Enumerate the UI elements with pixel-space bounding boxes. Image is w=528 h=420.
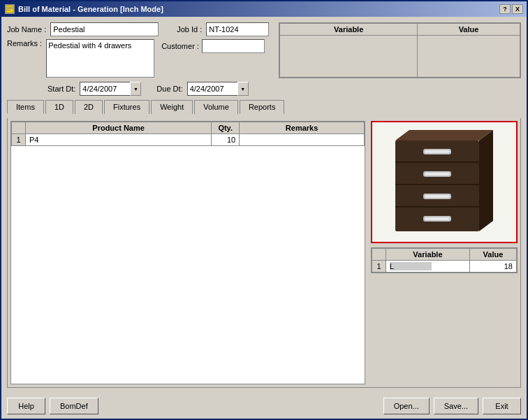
svg-rect-9: [395, 206, 479, 208]
var-table-top: Variable Value: [279, 23, 520, 78]
var-table-bottom: Variable Value 1 18: [372, 248, 517, 273]
remarks-input[interactable]: Pedestial with 4 drawers: [46, 39, 154, 78]
start-dt-input[interactable]: [80, 82, 130, 96]
table-row[interactable]: 1 P4 10: [12, 134, 365, 146]
right-info-panel: Variable Value 1 18: [371, 121, 518, 384]
start-dt-label: Start Dt:: [47, 85, 75, 93]
vb-col-value: Value: [469, 249, 516, 261]
customer-input[interactable]: [202, 39, 265, 53]
main-window: Bill of Material - Generation [Inch Mode…: [0, 0, 528, 420]
var-table-bottom-container: Variable Value 1 18: [371, 247, 518, 273]
bottom-bar: Help BomDef Open... Save... Exit: [1, 393, 527, 419]
start-dt-wrap: ▼: [80, 82, 141, 96]
due-dt-label: Due Dt:: [156, 85, 182, 93]
tab-content-panel: Product Name Qty. Remarks 1 P4 10: [7, 118, 521, 388]
var-col-header: Variable: [280, 24, 418, 36]
top-variable-table: Variable Value: [279, 22, 521, 78]
title-bar: Bill of Material - Generation [Inch Mode…: [1, 1, 527, 17]
var-input[interactable]: [390, 262, 432, 270]
due-dt-input[interactable]: [187, 82, 237, 96]
val-col-header: Value: [418, 24, 520, 36]
save-button[interactable]: Save...: [434, 398, 478, 414]
job-name-row: Job Name : Job Id :: [7, 22, 269, 36]
col-remarks: Remarks: [240, 122, 365, 134]
row-qty[interactable]: 10: [212, 134, 240, 146]
svg-rect-13: [425, 173, 450, 175]
tabs-container: Items 1D 2D Fixtures Weight Volume Repor…: [7, 100, 521, 114]
tab-volume[interactable]: Volume: [194, 100, 238, 114]
job-id-label: Job Id :: [177, 25, 202, 34]
window-icon: [5, 4, 15, 14]
svg-rect-11: [425, 150, 450, 153]
svg-marker-5: [395, 130, 493, 140]
vb-col-variable: Variable: [386, 249, 470, 261]
val-cell-empty: [418, 36, 520, 78]
help-title-button[interactable]: ?: [499, 4, 511, 14]
start-dt-dropdown-btn[interactable]: ▼: [130, 82, 141, 96]
svg-marker-6: [479, 130, 493, 231]
vb-col-num: [372, 249, 386, 261]
cabinet-drawing: [385, 126, 504, 238]
window-title: Bill of Material - Generation [Inch Mode…: [18, 5, 163, 13]
remarks-label: Remarks :: [7, 39, 42, 48]
content-area: Job Name : Job Id : Remarks : Pedestial …: [1, 17, 527, 393]
job-id-input[interactable]: [206, 22, 269, 36]
items-header-row: Product Name Qty. Remarks: [12, 122, 365, 134]
tab-content-items: Product Name Qty. Remarks 1 P4 10: [8, 118, 520, 387]
svg-rect-8: [395, 184, 479, 185]
exit-button[interactable]: Exit: [483, 398, 521, 414]
bottom-right-buttons: Open... Save... Exit: [383, 398, 521, 414]
svg-rect-7: [395, 161, 479, 163]
items-table: Product Name Qty. Remarks 1 P4 10: [11, 122, 365, 146]
row-product[interactable]: P4: [26, 134, 212, 146]
svg-rect-3: [7, 10, 10, 10]
tab-2d[interactable]: 2D: [75, 100, 103, 114]
col-qty: Qty.: [212, 122, 240, 134]
vb-row-var[interactable]: [386, 261, 470, 273]
product-image: [371, 121, 518, 243]
close-title-button[interactable]: X: [512, 4, 523, 14]
tab-reports[interactable]: Reports: [240, 100, 285, 114]
tab-items[interactable]: Items: [7, 100, 44, 114]
due-dt-dropdown-btn[interactable]: ▼: [237, 82, 249, 96]
left-form: Job Name : Job Id : Remarks : Pedestial …: [7, 22, 269, 96]
vb-row-val[interactable]: 18: [469, 261, 516, 273]
title-buttons: ? X: [499, 4, 523, 14]
items-list-panel: Product Name Qty. Remarks 1 P4 10: [10, 121, 365, 384]
top-form-section: Job Name : Job Id : Remarks : Pedestial …: [7, 22, 521, 96]
svg-rect-1: [7, 7, 13, 8]
help-button[interactable]: Help: [7, 398, 45, 414]
open-button[interactable]: Open...: [383, 398, 430, 414]
tab-fixtures[interactable]: Fixtures: [104, 100, 149, 114]
tab-1d[interactable]: 1D: [45, 100, 73, 114]
bottom-left-buttons: Help BomDef: [7, 398, 98, 414]
title-bar-left: Bill of Material - Generation [Inch Mode…: [5, 4, 163, 14]
svg-rect-17: [425, 217, 450, 220]
remarks-row: Remarks : Pedestial with 4 drawers Custo…: [7, 39, 269, 78]
col-product-name: Product Name: [26, 122, 212, 134]
tab-weight[interactable]: Weight: [151, 100, 193, 114]
due-dt-wrap: ▼: [187, 82, 249, 96]
col-num: [12, 122, 26, 134]
dates-row: Start Dt: ▼ Due Dt: ▼: [47, 82, 269, 96]
customer-label: Customer :: [161, 42, 199, 50]
bomdef-button[interactable]: BomDef: [50, 398, 98, 414]
tabs-row: Items 1D 2D Fixtures Weight Volume Repor…: [7, 100, 521, 114]
svg-rect-15: [425, 195, 450, 198]
var-table-header: Variable Value: [372, 249, 517, 261]
job-name-input[interactable]: [50, 22, 159, 36]
job-name-label: Job Name :: [7, 25, 46, 34]
row-num: 1: [12, 134, 26, 146]
table-row: [280, 36, 520, 78]
row-remarks[interactable]: [240, 134, 365, 146]
vb-row-num: 1: [372, 261, 386, 273]
svg-rect-2: [7, 8, 13, 9]
table-row[interactable]: 1 18: [372, 261, 517, 273]
var-cell-empty: [280, 36, 418, 78]
